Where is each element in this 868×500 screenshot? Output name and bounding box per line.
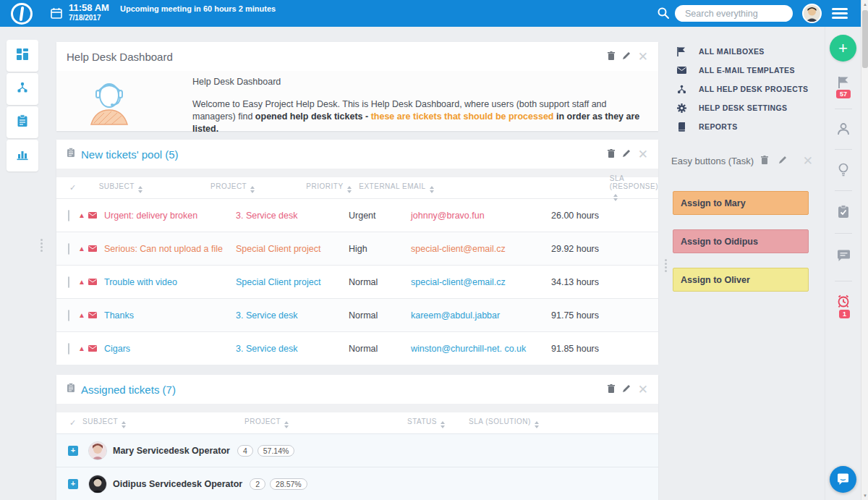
search-input[interactable] [675,5,793,22]
search-icon[interactable] [657,7,670,22]
assign-to-mary-button[interactable]: Assign to Mary [673,191,809,215]
ticket-project-link[interactable]: Special Client project [236,244,349,254]
edit-widget-button[interactable] [622,50,631,63]
table-row[interactable]: ▲ Serious: Can not upload a file Special… [56,232,658,265]
user-avatar[interactable] [802,4,822,23]
divider [835,190,852,191]
menu-item-all-help-desk-projects[interactable]: ALL HELP DESK PROJECTS [676,80,818,98]
ticket-subject-link[interactable]: Urgent: delivery broken [104,211,236,221]
group-row[interactable]: + Oidipus Servicedesk Operator 2 28.57% [56,467,658,500]
menu-icon[interactable] [832,8,848,21]
table-row[interactable]: ▲ Urgent: delivery broken 3. Service des… [56,198,658,232]
add-new-button[interactable]: + [830,35,856,62]
ticket-subject-link[interactable]: Trouble with video [104,277,236,287]
group-row[interactable]: + Mary Servicedesk Operator 4 57.14% [56,433,658,467]
edit-widget-button[interactable] [622,383,631,396]
delete-widget-button[interactable] [608,383,615,396]
assign-to-oliver-button[interactable]: Assign to Oliver [673,268,809,292]
menu-item-help-desk-settings[interactable]: HELP DESK SETTINGS [676,98,818,117]
assignee-name[interactable]: Mary Servicedesk Operator [113,446,230,456]
close-widget-button[interactable]: ✕ [638,51,648,63]
ticket-email-link[interactable]: special-client@email.cz [411,277,551,287]
sidebar-item-projects[interactable] [7,73,38,105]
row-checkbox[interactable] [68,210,69,221]
processed-tickets-link[interactable]: these are tickets that should be process… [371,111,554,122]
assign-to-oidipus-button[interactable]: Assign to Oidipus [673,229,809,253]
close-widget-button[interactable]: ✕ [638,148,648,161]
ticket-subject-link[interactable]: Serious: Can not upload a file [104,244,236,254]
calendar-icon[interactable] [50,7,63,22]
select-all-check[interactable]: ✓ [56,183,77,192]
delete-widget-button[interactable] [608,148,615,161]
project-tree-icon [16,81,29,97]
edit-widget-button[interactable] [778,154,787,167]
ticket-priority: Urgent [349,211,411,221]
left-panel-drag-handle[interactable] [41,239,43,252]
easy-project-logo[interactable] [9,1,35,27]
row-checkbox[interactable] [68,276,69,288]
ticket-project-link[interactable]: 3. Service desk [236,310,349,321]
group-percent-badge: 28.57% [270,478,307,490]
column-sla-response[interactable]: SLA (RESPONSE) [478,174,658,201]
table-row[interactable]: ▲ Cigars 3. Service desk Normal winston@… [56,331,658,365]
widget-body: Help Desk Dashboard Welcome to Easy Proj… [56,71,658,130]
delete-widget-button[interactable] [761,154,768,167]
sort-icon [441,421,445,428]
select-all-check[interactable]: ✓ [56,418,78,428]
row-checkbox[interactable] [68,343,69,355]
column-project[interactable]: PROJECT [244,418,407,428]
ticket-email-link[interactable]: johnny@bravo.fun [411,211,551,221]
column-project[interactable]: PROJECT [210,182,306,193]
menu-item-all-email-templates[interactable]: ALL E-MAIL TEMPLATES [676,61,818,80]
scrollbar-thumb[interactable] [862,10,868,68]
ticket-project-link[interactable]: 3. Service desk [236,344,349,354]
expand-group-button[interactable]: + [68,446,78,456]
delete-widget-button[interactable] [608,50,615,63]
alarm-icon[interactable] [834,294,853,308]
row-checkbox[interactable] [68,310,69,321]
edit-widget-button[interactable] [622,148,631,161]
table-row[interactable]: ▲ Thanks 3. Service desk Normal kareem@a… [56,298,658,331]
ticket-email-link[interactable]: special-client@email.cz [411,244,551,254]
ticket-project-link[interactable]: 3. Service desk [236,211,349,221]
widget-title[interactable]: New tickets' pool (5) [81,148,179,161]
sidebar-item-dashboard[interactable] [7,40,38,72]
sidebar-item-tasks[interactable] [7,106,38,138]
ticket-subject-link[interactable]: Thanks [104,310,236,321]
ticket-email-link[interactable]: winston@churchill-net. co.uk [411,344,551,354]
lightbulb-icon[interactable] [834,163,853,177]
column-status[interactable]: STATUS [407,418,469,428]
column-subject[interactable]: SUBJECT [99,182,210,193]
expand-group-button[interactable]: + [68,479,78,489]
column-subject[interactable]: SUBJECT [78,418,244,428]
menu-item-reports[interactable]: REPORTS [676,117,818,136]
close-widget-button[interactable]: ✕ [803,155,813,167]
sidebar-item-reports[interactable] [7,140,38,171]
vertical-scrollbar[interactable]: ▲ ▼ [861,0,868,500]
flags-icon[interactable] [834,76,853,89]
right-panel-drag-handle[interactable] [665,259,667,272]
person-icon[interactable] [834,122,853,136]
column-sla-solution[interactable]: SLA (SOLUTION) [469,418,658,428]
table-row[interactable]: ▲ Trouble with video Special Client proj… [56,265,658,298]
scroll-up-arrow[interactable]: ▲ [861,0,868,9]
ticket-project-link[interactable]: Special Client project [236,277,349,287]
meeting-reminder[interactable]: Upcoming meeting in 60 hours 2 minutes [120,4,276,13]
column-priority[interactable]: PRIORITY [306,182,359,193]
priority-warning-icon: ▲ [78,245,85,253]
row-checkbox[interactable] [68,243,69,255]
live-chat-button[interactable] [830,466,856,493]
chat-icon[interactable] [834,250,853,262]
scroll-down-arrow[interactable]: ▼ [861,491,868,500]
close-widget-button[interactable]: ✕ [638,384,648,396]
assignee-name[interactable]: Oidipus Servicedesk Operator [113,479,242,489]
widget-title[interactable]: Assigned tickets (7) [81,384,176,396]
column-external-email[interactable]: EXTERNAL EMAIL [359,182,478,193]
clipboard-check-icon[interactable] [834,205,853,219]
sort-icon [613,194,618,201]
ticket-email-link[interactable]: kareem@abdul.jabbar [411,310,551,321]
ticket-subject-link[interactable]: Cigars [104,344,236,354]
ticket-sla: 91.85 hours [551,344,658,354]
email-origin-icon [88,212,97,219]
menu-item-all-mailboxes[interactable]: ALL MAILBOXES [676,42,818,61]
